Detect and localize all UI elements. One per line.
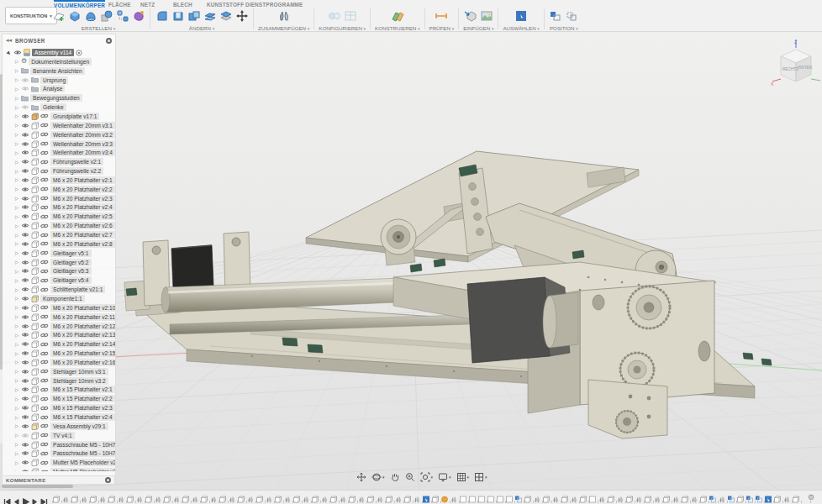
- play-button[interactable]: [22, 494, 29, 501]
- revert-position-icon[interactable]: [565, 9, 579, 24]
- visibility-eye-icon[interactable]: [21, 433, 29, 438]
- tree-item-label[interactable]: Wellenhalter 20mm v3:2: [50, 131, 115, 139]
- offset-face-icon[interactable]: [203, 9, 217, 24]
- visibility-eye-icon[interactable]: [21, 323, 29, 329]
- external-link-icon[interactable]: [40, 313, 49, 320]
- external-link-icon[interactable]: [40, 368, 49, 375]
- ribbon-group-label[interactable]: KONFIGURIEREN ▾: [319, 25, 366, 31]
- component-icon[interactable]: [31, 323, 39, 330]
- view-cube-body[interactable]: RECHTS HINTEN: [781, 50, 812, 81]
- zoom-icon[interactable]: [405, 472, 415, 482]
- external-link-icon[interactable]: [40, 332, 49, 339]
- visibility-eye-icon[interactable]: [21, 386, 29, 392]
- browser-component-row[interactable]: ▷Wellenhalter 20mm v3:1: [3, 121, 115, 130]
- external-link-icon[interactable]: [40, 113, 49, 119]
- component-icon[interactable]: [31, 213, 39, 220]
- capture-position-icon[interactable]: [549, 9, 563, 24]
- component-icon[interactable]: [31, 295, 39, 302]
- panel-options-icon[interactable]: [106, 38, 112, 44]
- external-link-icon[interactable]: [40, 249, 49, 256]
- external-link-icon[interactable]: [40, 140, 49, 147]
- tree-item-label[interactable]: Führungswelle v2:2: [50, 167, 103, 175]
- external-link-icon[interactable]: [40, 341, 49, 348]
- measure-icon[interactable]: [435, 9, 449, 24]
- component-icon[interactable]: [31, 304, 39, 312]
- expand-arrow-icon[interactable]: ▷: [14, 433, 19, 438]
- visibility-eye-icon[interactable]: [21, 360, 29, 365]
- combine-icon[interactable]: [187, 9, 201, 24]
- expand-arrow-icon[interactable]: ▷: [14, 132, 19, 137]
- browser-vertical-scrollbar[interactable]: [0, 74, 3, 444]
- tree-item-label[interactable]: Mutter M5 Placeholder v2:1: [50, 459, 115, 466]
- component-icon[interactable]: [31, 176, 39, 184]
- external-link-icon[interactable]: [40, 168, 49, 175]
- browser-component-row[interactable]: ▷M6 x 15 Platzhalter v2:1: [3, 385, 115, 394]
- external-link-icon[interactable]: [40, 359, 49, 365]
- skip-to-start-button[interactable]: [3, 494, 11, 501]
- create-form-icon[interactable]: [131, 9, 145, 24]
- visibility-eye-icon[interactable]: [21, 150, 29, 155]
- external-link-icon[interactable]: [40, 186, 49, 192]
- insert-component-icon[interactable]: [463, 9, 477, 24]
- component-icon[interactable]: [31, 203, 39, 211]
- create-sketch-icon[interactable]: [51, 9, 66, 24]
- browser-component-row[interactable]: ▷M6 x 20 Platzhalter v2:3: [3, 194, 115, 203]
- component-icon[interactable]: [31, 131, 39, 139]
- component-icon[interactable]: [31, 140, 39, 148]
- expand-arrow-icon[interactable]: ▷: [14, 260, 19, 265]
- folder-icon[interactable]: [21, 67, 29, 74]
- visibility-eye-icon[interactable]: [21, 341, 29, 347]
- component-icon[interactable]: [31, 240, 39, 248]
- ribbon-group-label[interactable]: ZUSAMMENFÜGEN ▾: [258, 25, 309, 31]
- tree-item-label[interactable]: M6 x 15 Platzhalter v2:2: [50, 395, 115, 402]
- configuration-table-icon[interactable]: [343, 9, 357, 24]
- tree-item-label[interactable]: M6 x 20 Platzhalter v2:3: [50, 195, 115, 202]
- visibility-eye-icon[interactable]: [21, 86, 29, 92]
- expand-arrow-icon[interactable]: ▷: [14, 250, 19, 255]
- component-icon[interactable]: [31, 195, 39, 202]
- expand-arrow-icon[interactable]: ▷: [14, 59, 19, 64]
- browser-component-row[interactable]: ▷M6 x 20 Platzhalter v2:11: [3, 312, 115, 322]
- hand-icon[interactable]: [390, 472, 400, 482]
- comments-bar[interactable]: KOMMENTARE: [2, 475, 115, 485]
- browser-folder-row[interactable]: ▷⚙Dokumenteinstellungen: [3, 57, 115, 66]
- visibility-eye-icon[interactable]: [21, 414, 29, 420]
- expand-arrow-icon[interactable]: ▷: [14, 387, 19, 392]
- horizontal-scrollbar[interactable]: [2, 485, 73, 488]
- expand-arrow-icon[interactable]: ▷: [14, 415, 19, 420]
- expand-arrow-icon[interactable]: ▷: [14, 96, 19, 101]
- visibility-eye-icon[interactable]: [21, 104, 29, 110]
- browser-folder-row[interactable]: ▷Analyse: [3, 84, 115, 93]
- tree-item-label[interactable]: Gleitlager v5:4: [50, 276, 92, 284]
- tree-item-label[interactable]: Stehlager 10mm v3:2: [50, 377, 108, 385]
- external-link-icon[interactable]: [40, 240, 49, 247]
- tree-item-label[interactable]: M6 x 20 Platzhalter v2:16: [50, 359, 115, 366]
- visibility-eye-icon[interactable]: [21, 186, 29, 192]
- tree-item-label[interactable]: Gelenke: [40, 103, 66, 111]
- expand-arrow-icon[interactable]: ▷: [14, 423, 19, 428]
- collapse-panel-icon[interactable]: ◂◂: [6, 37, 12, 44]
- browser-component-row[interactable]: ▷M6 x 20 Platzhalter v2:14: [3, 339, 115, 349]
- external-link-icon[interactable]: [40, 176, 49, 183]
- grid-icon[interactable]: ▾: [456, 472, 470, 482]
- visibility-eye-icon[interactable]: [21, 132, 29, 138]
- external-link-icon[interactable]: [40, 268, 49, 275]
- visibility-eye-icon[interactable]: [21, 77, 29, 83]
- external-link-icon[interactable]: [40, 223, 49, 229]
- component-icon[interactable]: [31, 404, 39, 412]
- model-canvas[interactable]: [0, 31, 822, 490]
- component-icon[interactable]: [31, 459, 39, 466]
- expand-arrow-icon[interactable]: ▷: [14, 105, 19, 110]
- extrude-icon[interactable]: [67, 9, 82, 24]
- sweep-icon[interactable]: [99, 9, 113, 24]
- tree-item-label[interactable]: Mutter M5 Placeholder v2:2: [50, 468, 115, 471]
- browser-component-row[interactable]: ▷Gleitlager v5:1: [3, 249, 115, 258]
- external-link-icon[interactable]: [40, 159, 49, 165]
- browser-component-row[interactable]: ▷M6 x 15 Platzhalter v2:3: [3, 403, 115, 412]
- tree-item-label[interactable]: M6 x 20 Platzhalter v2:14: [50, 340, 115, 348]
- tree-item-label[interactable]: Ursprung: [40, 76, 68, 84]
- tree-item-label[interactable]: M6 x 20 Platzhalter v2:11: [50, 313, 115, 321]
- browser-component-row[interactable]: ▷M6 x 20 Platzhalter v2:13: [3, 330, 115, 339]
- tree-item-label[interactable]: Dokumenteinstellungen: [29, 58, 92, 66]
- browser-component-row[interactable]: ▷Komponente1:1: [3, 294, 115, 303]
